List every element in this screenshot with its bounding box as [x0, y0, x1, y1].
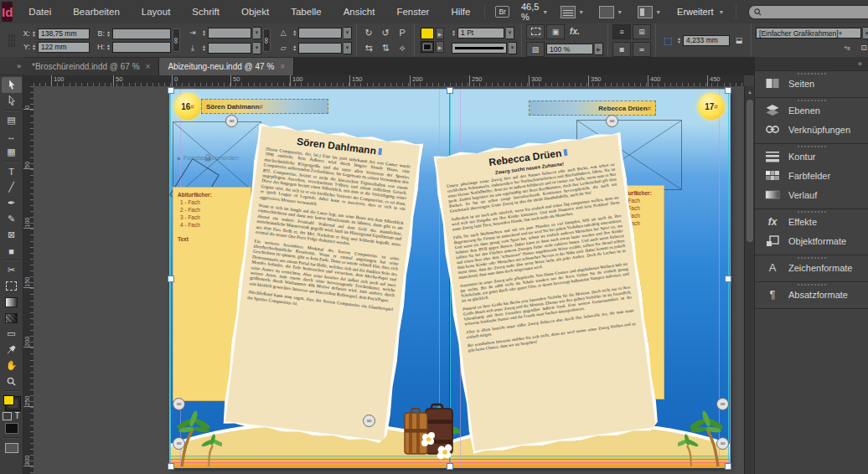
link-badge[interactable]: ∞: [225, 115, 238, 127]
rotate-ccw-button[interactable]: ↺: [378, 27, 393, 39]
y-stepper[interactable]: ▲▼: [32, 44, 36, 50]
stroke-arrow[interactable]: ▶: [436, 41, 444, 53]
wrap-bounding-box-button[interactable]: ⊞: [633, 24, 651, 39]
rotation-stepper[interactable]: ▲▼: [292, 29, 297, 36]
chevron-down-icon[interactable]: ▼: [344, 27, 352, 39]
select-container-button[interactable]: [526, 24, 545, 39]
line-tool[interactable]: ╱: [2, 179, 22, 195]
panel-farbfelder[interactable]: Farbfelder: [755, 166, 868, 185]
selection-handle[interactable]: [725, 87, 731, 94]
document-spread[interactable]: 16# 17# Sören Dahlmann# Rebecca Drüen# ◆: [170, 90, 730, 467]
panel-absatzformate[interactable]: ¶ Absatzformate: [755, 285, 868, 304]
scrollbar-thumb[interactable]: [747, 100, 753, 242]
page-number-sun-right[interactable]: 17#: [698, 93, 725, 120]
tools-panel-header[interactable]: »: [0, 57, 23, 75]
chevron-down-icon[interactable]: ▼: [344, 42, 352, 54]
menu-layout[interactable]: Layout: [131, 0, 182, 23]
panel-objektformate[interactable]: Objektformate: [755, 231, 868, 250]
menu-datei[interactable]: Datei: [18, 0, 62, 23]
gradient-feather-tool[interactable]: [2, 310, 22, 326]
zoom-level-dropdown[interactable]: 46,5 %▼: [516, 2, 553, 22]
chevron-right-icon[interactable]: ▶: [595, 43, 603, 55]
screen-mode-tool[interactable]: [2, 440, 22, 456]
menu-fenster[interactable]: Fenster: [385, 0, 440, 23]
flip-horizontal-button[interactable]: ⇆: [361, 42, 376, 54]
link-badge[interactable]: ∞: [606, 115, 618, 127]
selection-handle[interactable]: [447, 463, 453, 470]
width-field[interactable]: [112, 28, 171, 39]
fill-color-swatch[interactable]: [421, 28, 434, 39]
zoom-tool[interactable]: [2, 374, 22, 389]
selection-handle[interactable]: [447, 87, 453, 94]
panel-seiten[interactable]: Seiten: [755, 74, 868, 93]
pasteboard[interactable]: 16# 17# Sören Dahlmann# Rebecca Drüen# ◆: [34, 86, 744, 474]
panel-ebenen[interactable]: Ebenen: [755, 100, 868, 120]
frame-tool[interactable]: ⊠: [2, 227, 22, 243]
panel-kontur[interactable]: Kontur: [755, 147, 868, 166]
clear-transform-button[interactable]: ⟡: [395, 42, 410, 54]
free-transform-tool[interactable]: [2, 278, 22, 294]
collapse-dock-icon[interactable]: «: [858, 59, 862, 68]
panel-verknuepfungen[interactable]: Verknüpfungen: [755, 120, 868, 139]
panel-zeichenformate[interactable]: A Zeichenformate: [755, 258, 868, 277]
menu-objekt[interactable]: Objekt: [230, 0, 280, 23]
page-number-sun-left[interactable]: 16#: [174, 93, 201, 120]
direct-selection-tool[interactable]: [2, 93, 22, 109]
page-tool[interactable]: ▤: [2, 112, 22, 128]
height-field[interactable]: [112, 42, 171, 53]
gap-tool[interactable]: ↔: [2, 128, 22, 144]
screen-mode-button[interactable]: ▼: [592, 6, 630, 18]
menu-ansicht[interactable]: Ansicht: [333, 0, 386, 23]
link-badge[interactable]: ∞: [363, 415, 375, 427]
name-header-right[interactable]: Rebecca Drüen#: [529, 100, 656, 116]
opacity-field[interactable]: 100 %: [546, 44, 593, 54]
link-badge[interactable]: ∞: [173, 398, 185, 410]
scissors-tool[interactable]: ✂: [2, 262, 22, 278]
type-tool[interactable]: T: [2, 163, 22, 179]
chevron-down-icon[interactable]: ▼: [253, 27, 261, 39]
workspace-switcher[interactable]: Erweitert▼: [669, 7, 732, 17]
note-tool[interactable]: ▭: [2, 326, 22, 342]
formatting-affects-container-button[interactable]: [3, 412, 12, 420]
close-icon[interactable]: ×: [280, 62, 285, 71]
reference-point-proxy[interactable]: [8, 34, 15, 47]
effects-fx-button[interactable]: fx.: [566, 27, 583, 36]
selection-handle[interactable]: [168, 463, 174, 470]
chevron-down-icon[interactable]: ▼: [509, 42, 517, 54]
selection-tool[interactable]: [2, 77, 22, 93]
fill-stroke-swatches[interactable]: [3, 395, 20, 410]
formatting-affects-text-button[interactable]: T: [14, 411, 19, 420]
x-stepper[interactable]: ▲▼: [32, 30, 36, 37]
bridge-button[interactable]: Br: [495, 6, 509, 18]
selection-handle[interactable]: [168, 276, 174, 282]
wrap-none-button[interactable]: ≡: [612, 24, 631, 39]
stroke-weight-stepper[interactable]: ▲▼: [452, 29, 456, 36]
shear-stepper[interactable]: ▲▼: [292, 44, 297, 51]
clear-overrides-icon[interactable]: ⊡: [856, 41, 868, 54]
rectangle-tool[interactable]: ■: [2, 243, 22, 259]
y-position-field[interactable]: 122 mm: [38, 42, 90, 53]
menu-tabelle[interactable]: Tabelle: [280, 0, 332, 23]
tab-abizeitung[interactable]: Abizeitung-neu.indd @ 47 %×: [159, 58, 294, 75]
gradient-swatch-tool[interactable]: [2, 294, 22, 310]
stroke-weight-field[interactable]: 1 Pt: [457, 28, 504, 39]
fill-swatch[interactable]: [3, 395, 14, 405]
stroke-style-dropdown[interactable]: [452, 43, 507, 54]
pen-tool[interactable]: ✒: [2, 195, 22, 211]
content-collector-tool[interactable]: ▦: [2, 144, 22, 160]
object-style-dropdown[interactable]: [Einfacher Grafikrahmen]+: [756, 28, 861, 39]
tab-broschuere[interactable]: *Broschüreindd.indd @ 67 %×: [23, 58, 159, 75]
corner-shape-icon[interactable]: ⬓: [731, 34, 747, 47]
shear-field[interactable]: [298, 43, 342, 54]
menu-schrift[interactable]: Schrift: [181, 0, 230, 23]
select-content-button[interactable]: ▣: [546, 24, 565, 39]
pencil-tool[interactable]: ✎: [2, 211, 22, 227]
wrap-object-button[interactable]: ◙: [612, 42, 631, 57]
constrain-scale-link-icon[interactable]: ∞: [263, 28, 271, 52]
selection-handle[interactable]: [168, 87, 174, 94]
view-options-button[interactable]: ▼: [553, 6, 592, 18]
chevron-down-icon[interactable]: ▼: [506, 27, 514, 39]
search-input[interactable]: [765, 7, 868, 18]
arrange-documents-button[interactable]: ▼: [630, 6, 669, 18]
break-link-style-icon[interactable]: ⥃: [840, 41, 855, 54]
